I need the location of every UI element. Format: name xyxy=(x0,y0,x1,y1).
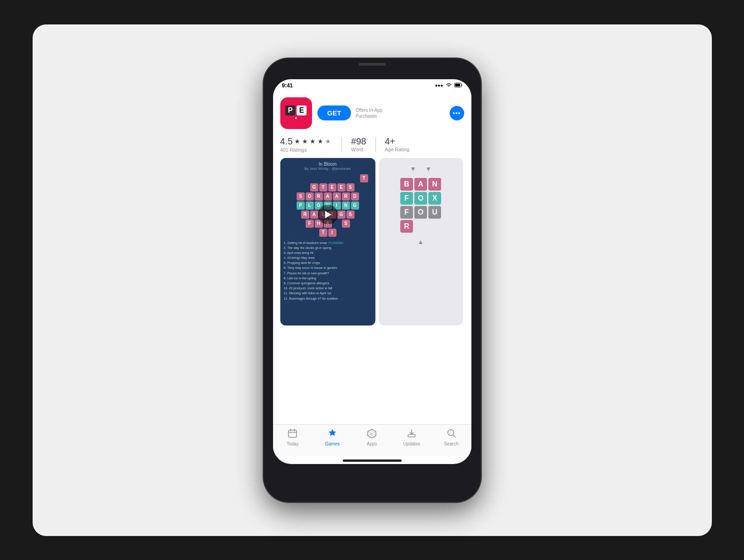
app-icon-inner: P E ▼ xyxy=(285,105,307,120)
grid-row-6: T I xyxy=(284,229,372,237)
play-overlay[interactable] xyxy=(318,205,338,225)
status-icons: ●●● xyxy=(435,83,462,88)
svg-rect-1 xyxy=(455,84,460,86)
clues-list: 1. Getting rid of stubborn snow: PLOWING… xyxy=(280,239,375,303)
clue-10: 10. #9 producer, more active in fall xyxy=(284,286,372,291)
rating-rank: #98 xyxy=(351,136,366,147)
clue-8: 8. Like ice in the spring xyxy=(284,276,372,281)
clue-6: 6. They may occur in house or garden xyxy=(284,265,372,270)
arrow-down-2: ▼ xyxy=(425,165,432,172)
games-icon xyxy=(327,428,337,440)
clue-2: 2. The way the clocks go in spring xyxy=(284,245,372,250)
ratings-row: 4.5 ★ ★ ★ ★ ★ 401 Ratings xyxy=(273,134,471,158)
today-icon xyxy=(288,428,298,440)
screenshot-1[interactable]: In Bloom By Jess Worby - @jworbeast xyxy=(280,158,375,325)
signal-icon: ●●● xyxy=(435,83,443,88)
tab-updates[interactable]: Updates xyxy=(392,428,432,446)
outer-background: 9:41 ●●● xyxy=(33,24,712,536)
in-app-purchases-text: Offers In-AppPurchases xyxy=(355,107,382,119)
svg-line-9 xyxy=(453,435,456,437)
clue-1: 1. Getting rid of stubborn snow: PLOWING xyxy=(284,240,372,245)
star-3: ★ xyxy=(310,138,317,145)
tab-games[interactable]: Games xyxy=(312,428,352,446)
screenshot-title-text: In Bloom xyxy=(282,162,374,167)
rating-divider-1 xyxy=(341,137,342,152)
clue-5: 5. Prepping land for crops xyxy=(284,260,372,265)
stars-container: ★ ★ ★ ★ ★ xyxy=(294,138,332,145)
s2-row-2: F O X xyxy=(400,192,441,205)
screenshot-subtitle: By Jess Worby - @jworbeast xyxy=(282,167,374,171)
arrow-up-1: ▲ xyxy=(418,238,424,245)
rating-age-item: 4+ Age Rating xyxy=(385,136,409,153)
arrow-down-1: ▼ xyxy=(410,165,416,172)
tab-apps[interactable]: Apps xyxy=(352,428,392,446)
s2-row-3: F O U xyxy=(400,206,441,219)
search-label: Search xyxy=(444,441,459,446)
screenshot-2[interactable]: ▼ ▼ B A N xyxy=(379,158,463,325)
status-time: 9:41 xyxy=(282,82,293,89)
apps-label: Apps xyxy=(367,441,377,446)
tab-today[interactable]: Today xyxy=(273,428,313,446)
clue-7: 7. Places for old or new growth? xyxy=(284,271,372,276)
play-triangle-icon xyxy=(325,211,331,218)
apps-icon xyxy=(367,428,377,440)
s2-arrows-up: ▲ xyxy=(418,238,424,245)
tab-search[interactable]: Search xyxy=(432,428,471,446)
home-indicator xyxy=(343,459,402,462)
star-5: ★ xyxy=(325,138,332,145)
grid-row-2: G T E E S xyxy=(284,183,372,191)
app-icon: P E ▼ xyxy=(280,97,312,129)
wifi-icon xyxy=(446,83,452,88)
updates-icon xyxy=(407,428,417,440)
e-letter: E xyxy=(297,105,307,115)
tab-bar: Today Games xyxy=(273,424,471,456)
grid-row-1: T xyxy=(284,174,372,182)
more-dots-icon: ••• xyxy=(453,110,461,116)
grid-row-3: S O R A A R D xyxy=(284,192,372,201)
get-button[interactable]: GET xyxy=(317,105,351,120)
phone-frame: 9:41 ●●● xyxy=(264,58,481,502)
s2-word-grid: B A N F O X xyxy=(400,178,441,233)
screenshot-1-title-area: In Bloom By Jess Worby - @jworbeast xyxy=(280,158,375,172)
rating-score-main: 4.5 ★ ★ ★ ★ ★ xyxy=(280,136,333,147)
svg-rect-6 xyxy=(408,435,415,437)
status-bar: 9:41 ●●● xyxy=(273,79,471,92)
svg-rect-2 xyxy=(288,430,297,437)
rating-rank-label: Word xyxy=(351,147,363,152)
rating-divider-2 xyxy=(375,137,376,152)
clue-3: 3. April ones bring #4 xyxy=(284,250,372,255)
today-label: Today xyxy=(287,441,299,446)
screenshot-2-inner: ▼ ▼ B A N xyxy=(379,158,463,256)
rating-rank-item: #98 Word xyxy=(351,136,366,153)
rating-age: 4+ xyxy=(385,136,395,147)
battery-icon xyxy=(454,83,462,88)
rating-number: 4.5 xyxy=(280,136,293,147)
phone-top-area xyxy=(264,58,481,66)
more-button[interactable]: ••• xyxy=(450,106,464,120)
s2-row-4: R xyxy=(400,220,441,233)
star-1: ★ xyxy=(294,138,302,145)
app-actions: GET Offers In-AppPurchases ••• xyxy=(317,105,464,120)
app-header: P E ▼ GET Offers In-AppPurchases ••• xyxy=(273,92,471,134)
rating-count: 401 Ratings xyxy=(280,147,307,153)
screenshots-area: In Bloom By Jess Worby - @jworbeast xyxy=(273,158,471,424)
pe-logo: P E xyxy=(285,105,307,115)
p-letter: P xyxy=(285,105,295,115)
s2-row-1: B A N xyxy=(400,178,441,191)
search-icon xyxy=(446,428,456,440)
star-2: ★ xyxy=(302,138,309,145)
clue-11: 11. Messing with folks on April 1st xyxy=(284,291,372,296)
app-content: P E ▼ GET Offers In-AppPurchases ••• xyxy=(273,92,471,456)
speaker xyxy=(359,63,386,66)
clue-4: 4. #3 brings May ones xyxy=(284,255,372,260)
games-label: Games xyxy=(325,441,340,446)
screen: 9:41 ●●● xyxy=(273,79,471,464)
updates-label: Updates xyxy=(403,441,420,446)
clue-12: 12. Rummages through #7 for nutrition xyxy=(284,296,372,301)
rating-age-label: Age Rating xyxy=(385,147,409,152)
star-4: ★ xyxy=(317,138,325,145)
rating-score-item: 4.5 ★ ★ ★ ★ ★ 401 Ratings xyxy=(280,136,333,153)
s2-arrows: ▼ ▼ xyxy=(410,165,432,172)
clue-9: 9. Common springtime allergens xyxy=(284,281,372,286)
